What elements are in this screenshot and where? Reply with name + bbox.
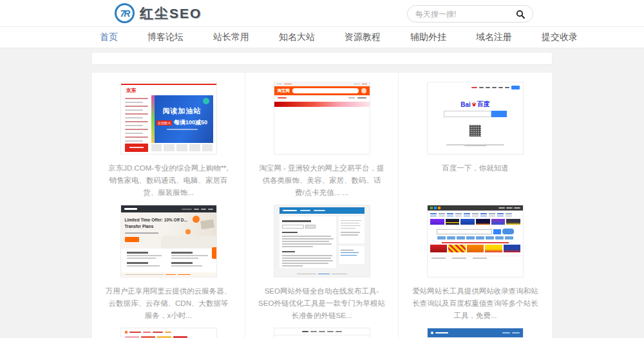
jd-promo-banner: 阅读加油站 自营图书 每满100减50 [151, 95, 213, 143]
site-card-partial-3[interactable] [399, 319, 552, 338]
site-card-aizhan[interactable]: 爱站网站长工具提供网站收录查询和站长查询以及百度权重值查询等多个站长工具，免费.… [399, 196, 552, 319]
jd-sidebar-menu [125, 95, 148, 144]
hichina-laptop-decor [200, 220, 214, 230]
logo-r-icon: 7R [115, 3, 135, 23]
search-input[interactable] [415, 10, 516, 19]
hichina-notice-bar [121, 272, 216, 277]
taobao-search-bar [292, 88, 359, 93]
jd-banner-badge: 自营图书 [156, 120, 172, 126]
hichina-cup-decor [185, 229, 191, 234]
nav-item-webmaster-tools[interactable]: 站长常用 [213, 32, 249, 43]
site-card-description: SEO网站外链全自动在线发布工具-SEO外链优化工具是一款专门为草根站长准备的外… [245, 285, 398, 322]
site-card-description: 京东JD.COM-专业的综合网上购物**,销售家电、数码通讯、电脑、家居百货、服… [92, 162, 245, 199]
taobao-header: 淘宝网 [274, 86, 370, 95]
nav-item-domain-register[interactable]: 域名注册 [476, 32, 512, 43]
site-card-description: 淘宝网 - 亚洲较大的网上交易平台，提供各类服饰、美容、家居、数码、话费/点卡充… [245, 162, 398, 199]
site-card-partial-1[interactable] [92, 319, 245, 338]
nav-item-plugins[interactable]: 辅助外挂 [410, 32, 446, 43]
baidu-thumbnail[interactable]: Bai 百度 [427, 82, 524, 155]
nav-item-famous-sites[interactable]: 知名大站 [279, 32, 315, 43]
jd-coupon-box [125, 144, 148, 152]
aizhan-search-button [493, 229, 501, 234]
baidu-logo: Bai 百度 [428, 100, 523, 109]
site-card-seo-tool[interactable]: SEO网站外链全自动在线发布工具-SEO外链优化工具是一款专门为草根站长准备的外… [245, 196, 399, 319]
jd-logo: 京东 [126, 87, 137, 94]
logo-title: 红尘SEO [140, 5, 202, 23]
search-box [407, 5, 533, 23]
partial-thumbnail-2[interactable] [274, 328, 370, 338]
aizhan-link-rows [428, 211, 523, 216]
partial-thumbnail-3[interactable] [427, 328, 524, 338]
baidu-login-button [511, 86, 520, 89]
aizhan-topbar [428, 205, 523, 211]
taobao-promo-strip [274, 102, 370, 107]
baidu-paw-icon [471, 102, 477, 107]
site-card-hichina[interactable]: Limited Time Offer: 10% Off D... Transfe… [92, 196, 245, 319]
seo-tool-thumbnail[interactable] [274, 205, 370, 277]
banner-slider [92, 53, 552, 64]
partial-3-header [428, 328, 523, 337]
site-logo[interactable]: 7R 红尘SEO [115, 3, 202, 23]
main-nav: 首页 博客论坛 站长常用 知名大站 资源教程 辅助外挂 域名注册 提交收录 [0, 27, 644, 48]
baidu-search-row [444, 111, 507, 117]
jd-product-strip [151, 144, 213, 151]
nav-item-home[interactable]: 首页 [100, 32, 118, 43]
seo-tool-header [279, 207, 365, 214]
hichina-plate-decor [193, 216, 200, 223]
baidu-search-button [491, 111, 507, 117]
baidu-footer [428, 138, 523, 150]
seo-tool-sidebar-panel [339, 216, 365, 243]
seo-tool-url-input [282, 225, 304, 229]
baidu-top-nav [471, 86, 520, 89]
hichina-side-tab [212, 247, 216, 259]
aizhan-tool-buttons [428, 236, 523, 239]
hichina-hero: Limited Time Offer: 10% Off D... Transfe… [121, 212, 216, 249]
baidu-qr-code [469, 125, 481, 136]
seo-tool-main-panel [279, 216, 336, 268]
jd-banner-logo-icon [203, 98, 209, 104]
site-header: 7R 红尘SEO [0, 0, 644, 27]
taobao-thumbnail[interactable]: 淘宝网 [274, 82, 370, 155]
hichina-features [121, 249, 216, 271]
aizhan-ad-row-1 [428, 218, 523, 226]
jd-banner-title: 阅读加油站 [151, 106, 213, 116]
aizhan-promo-bubble [502, 229, 514, 234]
aizhan-search-input [437, 229, 492, 234]
hichina-cta-button [125, 237, 139, 242]
site-card-taobao[interactable]: 淘宝网 淘宝网 - 亚洲较大的网上交易平台，提供各类服饰、美容、家居、数码、话费… [245, 73, 399, 196]
jd-top-strip [121, 84, 216, 85]
taobao-category-row [274, 95, 370, 100]
seo-tool-submit-button [305, 225, 316, 229]
site-card-partial-2[interactable] [245, 319, 399, 338]
seo-tool-footer [274, 274, 370, 275]
nav-item-blog-forum[interactable]: 博客论坛 [147, 32, 184, 43]
site-card-panel: 京东 阅读加油站 自营图书 每满100减50 [92, 73, 552, 338]
site-card-description: 爱站网站长工具提供网站收录查询和站长查询以及百度权重值查询等多个站长工具，免费.… [399, 285, 552, 322]
aizhan-search-row [437, 229, 514, 234]
hichina-header [121, 205, 216, 212]
jd-banner-subtitle: 每满100减50 [174, 118, 207, 127]
site-card-jd[interactable]: 京东 阅读加油站 自营图书 每满100减50 [92, 73, 245, 196]
aizhan-thumbnail[interactable] [427, 205, 524, 277]
site-card-description: 百度一下，你就知道 [429, 162, 522, 174]
seo-tool-links-panel [339, 246, 365, 264]
jd-thumbnail[interactable]: 京东 阅读加油站 自营图书 每满100减50 [120, 82, 217, 155]
site-card-description: 万用户正享用阿里云提供的云服务器、云数据库、云存储、CDN、大数据等服务，x小时… [92, 285, 245, 322]
aizhan-footer-links [428, 256, 523, 260]
nav-item-submit-site[interactable]: 提交收录 [542, 32, 578, 43]
taobao-member-icon [361, 88, 366, 93]
baidu-search-input [444, 111, 491, 117]
aizhan-ad-row-2 [428, 243, 523, 254]
site-card-baidu[interactable]: Bai 百度 [399, 73, 552, 196]
taobao-logo: 淘宝网 [278, 88, 290, 94]
search-icon[interactable] [516, 10, 525, 19]
hichina-thumbnail[interactable]: Limited Time Offer: 10% Off D... Transfe… [120, 205, 217, 277]
partial-thumbnail-1[interactable] [120, 328, 217, 338]
site-card-grid: 京东 阅读加油站 自营图书 每满100减50 [92, 73, 552, 338]
hichina-headline: Limited Time Offer: 10% Off D... Transfe… [125, 217, 188, 230]
nav-item-resources[interactable]: 资源教程 [345, 32, 381, 43]
